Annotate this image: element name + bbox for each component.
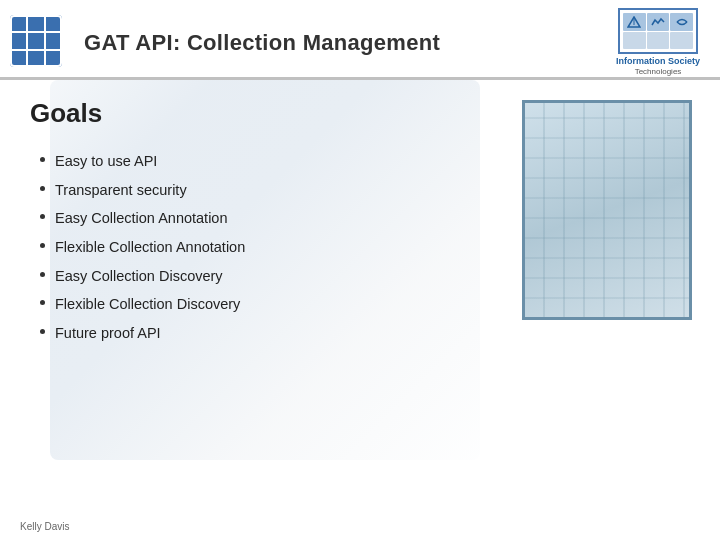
bullet-text-1: Transparent security [55, 178, 187, 203]
bullet-text-5: Flexible Collection Discovery [55, 292, 240, 317]
ist-logo-box [618, 8, 698, 54]
bullet-dot-3 [40, 243, 45, 248]
right-image-inner [525, 103, 689, 317]
bullet-text-4: Easy Collection Discovery [55, 264, 223, 289]
bullet-dot-0 [40, 157, 45, 162]
ist-cell-2 [647, 13, 670, 31]
bullet-text-2: Easy Collection Annotation [55, 206, 228, 231]
bullet-dot-1 [40, 186, 45, 191]
bullet-item-6: Future proof API [40, 319, 690, 348]
bullet-text-0: Easy to use API [55, 149, 157, 174]
footer: Kelly Davis [20, 521, 69, 532]
bullet-dot-6 [40, 329, 45, 334]
svg-rect-0 [10, 15, 62, 67]
footer-author: Kelly Davis [20, 521, 69, 532]
ist-logo: Information Society Technologies [616, 8, 700, 76]
slide: Grid.Lab GAT API: Collection Management [0, 0, 720, 540]
bullet-dot-2 [40, 214, 45, 219]
bullet-text-3: Flexible Collection Annotation [55, 235, 245, 260]
ist-cell-6 [670, 32, 693, 50]
ist-cell-3 [670, 13, 693, 31]
bullet-dot-4 [40, 272, 45, 277]
slide-title: GAT API: Collection Management [84, 30, 440, 56]
ist-cell-5 [647, 32, 670, 50]
ist-name-line1: Information Society [616, 56, 700, 67]
ist-text: Information Society Technologies [616, 56, 700, 76]
header-left: Grid.Lab GAT API: Collection Management [10, 15, 440, 70]
ist-cell-1 [623, 13, 646, 31]
ist-name-line2: Technologies [616, 67, 700, 77]
right-image-box [522, 100, 692, 320]
bullet-dot-5 [40, 300, 45, 305]
bullet-text-6: Future proof API [55, 321, 161, 346]
gridlab-logo: Grid.Lab [10, 15, 70, 70]
ist-cell-4 [623, 32, 646, 50]
header: Grid.Lab GAT API: Collection Management [0, 0, 720, 80]
